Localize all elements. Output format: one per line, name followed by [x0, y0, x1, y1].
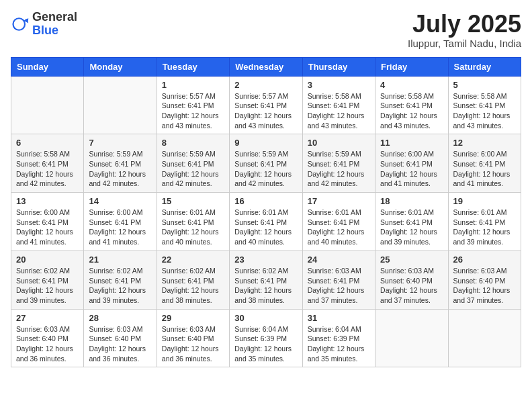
logo-icon: [11, 15, 30, 34]
calendar-cell: 28Sunrise: 6:03 AM Sunset: 6:40 PM Dayli…: [84, 309, 157, 367]
day-info: Sunrise: 6:00 AM Sunset: 6:41 PM Dayligh…: [89, 208, 151, 247]
day-number: 5: [453, 80, 516, 90]
day-number: 31: [308, 313, 370, 323]
calendar-cell: [448, 309, 521, 367]
day-info: Sunrise: 5:57 AM Sunset: 6:41 PM Dayligh…: [234, 91, 297, 131]
day-info: Sunrise: 6:01 AM Sunset: 6:41 PM Dayligh…: [453, 208, 516, 247]
calendar-cell: 22Sunrise: 6:02 AM Sunset: 6:41 PM Dayli…: [157, 250, 229, 309]
calendar-table: SundayMondayTuesdayWednesdayThursdayFrid…: [11, 57, 521, 368]
day-info: Sunrise: 6:00 AM Sunset: 6:41 PM Dayligh…: [16, 208, 79, 247]
calendar-cell: 24Sunrise: 6:03 AM Sunset: 6:41 PM Dayli…: [302, 250, 375, 309]
header-friday: Friday: [375, 57, 448, 76]
day-number: 3: [308, 80, 370, 90]
header-wednesday: Wednesday: [230, 57, 302, 76]
day-number: 2: [234, 80, 297, 90]
logo-general-text: General: [32, 10, 77, 24]
day-info: Sunrise: 6:00 AM Sunset: 6:41 PM Dayligh…: [453, 149, 516, 189]
day-info: Sunrise: 5:58 AM Sunset: 6:41 PM Dayligh…: [308, 91, 370, 131]
calendar-cell: 25Sunrise: 6:03 AM Sunset: 6:40 PM Dayli…: [375, 250, 448, 309]
calendar-week-row: 20Sunrise: 6:02 AM Sunset: 6:41 PM Dayli…: [11, 250, 521, 309]
day-info: Sunrise: 5:57 AM Sunset: 6:41 PM Dayligh…: [162, 91, 224, 131]
calendar-cell: [11, 76, 84, 134]
day-info: Sunrise: 6:03 AM Sunset: 6:40 PM Dayligh…: [16, 324, 79, 364]
calendar-cell: 27Sunrise: 6:03 AM Sunset: 6:40 PM Dayli…: [11, 309, 84, 367]
day-info: Sunrise: 5:59 AM Sunset: 6:41 PM Dayligh…: [89, 149, 151, 189]
calendar-cell: 6Sunrise: 5:58 AM Sunset: 6:41 PM Daylig…: [11, 134, 84, 193]
calendar-week-row: 27Sunrise: 6:03 AM Sunset: 6:40 PM Dayli…: [11, 309, 521, 367]
location: Iluppur, Tamil Nadu, India: [408, 38, 521, 49]
day-number: 12: [453, 138, 516, 148]
calendar-week-row: 6Sunrise: 5:58 AM Sunset: 6:41 PM Daylig…: [11, 134, 521, 193]
calendar-cell: 9Sunrise: 5:59 AM Sunset: 6:41 PM Daylig…: [230, 134, 302, 193]
header-sunday: Sunday: [11, 57, 84, 76]
day-number: 29: [162, 313, 224, 323]
day-number: 24: [308, 255, 370, 265]
calendar-cell: [375, 309, 448, 367]
calendar-cell: 17Sunrise: 6:01 AM Sunset: 6:41 PM Dayli…: [302, 193, 375, 251]
day-number: 6: [16, 138, 79, 148]
calendar-header-row: SundayMondayTuesdayWednesdayThursdayFrid…: [11, 57, 521, 76]
calendar-cell: 10Sunrise: 5:59 AM Sunset: 6:41 PM Dayli…: [302, 134, 375, 193]
header-monday: Monday: [84, 57, 157, 76]
logo-blue-text: Blue: [32, 24, 58, 37]
day-number: 1: [162, 80, 224, 90]
calendar-cell: 14Sunrise: 6:00 AM Sunset: 6:41 PM Dayli…: [84, 193, 157, 251]
day-info: Sunrise: 5:59 AM Sunset: 6:41 PM Dayligh…: [308, 149, 370, 189]
day-number: 17: [308, 196, 370, 206]
day-info: Sunrise: 6:01 AM Sunset: 6:41 PM Dayligh…: [234, 208, 297, 247]
day-info: Sunrise: 5:59 AM Sunset: 6:41 PM Dayligh…: [234, 149, 297, 189]
title-block: July 2025 Iluppur, Tamil Nadu, India: [408, 11, 521, 49]
day-info: Sunrise: 6:04 AM Sunset: 6:39 PM Dayligh…: [234, 324, 297, 364]
calendar-cell: 3Sunrise: 5:58 AM Sunset: 6:41 PM Daylig…: [302, 76, 375, 134]
calendar-cell: 31Sunrise: 6:04 AM Sunset: 6:39 PM Dayli…: [302, 309, 375, 367]
day-info: Sunrise: 6:02 AM Sunset: 6:41 PM Dayligh…: [234, 266, 297, 306]
calendar-cell: 16Sunrise: 6:01 AM Sunset: 6:41 PM Dayli…: [230, 193, 302, 251]
logo: General Blue: [11, 11, 77, 38]
day-number: 9: [234, 138, 297, 148]
calendar-cell: 5Sunrise: 5:58 AM Sunset: 6:41 PM Daylig…: [448, 76, 521, 134]
day-info: Sunrise: 6:03 AM Sunset: 6:40 PM Dayligh…: [162, 324, 224, 364]
day-number: 10: [308, 138, 370, 148]
day-info: Sunrise: 6:03 AM Sunset: 6:40 PM Dayligh…: [89, 324, 151, 364]
day-number: 23: [234, 255, 297, 265]
day-number: 22: [162, 255, 224, 265]
day-info: Sunrise: 6:02 AM Sunset: 6:41 PM Dayligh…: [16, 266, 79, 306]
day-info: Sunrise: 6:02 AM Sunset: 6:41 PM Dayligh…: [89, 266, 151, 306]
month-title: July 2025: [408, 11, 521, 38]
calendar-cell: 15Sunrise: 6:01 AM Sunset: 6:41 PM Dayli…: [157, 193, 229, 251]
calendar-cell: 8Sunrise: 5:59 AM Sunset: 6:41 PM Daylig…: [157, 134, 229, 193]
day-info: Sunrise: 5:58 AM Sunset: 6:41 PM Dayligh…: [453, 91, 516, 131]
day-number: 27: [16, 313, 79, 323]
calendar-cell: 20Sunrise: 6:02 AM Sunset: 6:41 PM Dayli…: [11, 250, 84, 309]
day-info: Sunrise: 5:59 AM Sunset: 6:41 PM Dayligh…: [162, 149, 224, 189]
calendar-cell: 18Sunrise: 6:01 AM Sunset: 6:41 PM Dayli…: [375, 193, 448, 251]
day-number: 13: [16, 196, 79, 206]
calendar-cell: 1Sunrise: 5:57 AM Sunset: 6:41 PM Daylig…: [157, 76, 229, 134]
calendar-cell: 29Sunrise: 6:03 AM Sunset: 6:40 PM Dayli…: [157, 309, 229, 367]
day-number: 20: [16, 255, 79, 265]
day-number: 30: [234, 313, 297, 323]
calendar-cell: 2Sunrise: 5:57 AM Sunset: 6:41 PM Daylig…: [230, 76, 302, 134]
day-info: Sunrise: 6:03 AM Sunset: 6:40 PM Dayligh…: [380, 266, 443, 306]
day-info: Sunrise: 6:04 AM Sunset: 6:39 PM Dayligh…: [308, 324, 370, 364]
calendar-cell: 12Sunrise: 6:00 AM Sunset: 6:41 PM Dayli…: [448, 134, 521, 193]
calendar-cell: [84, 76, 157, 134]
calendar-week-row: 1Sunrise: 5:57 AM Sunset: 6:41 PM Daylig…: [11, 76, 521, 134]
day-info: Sunrise: 6:01 AM Sunset: 6:41 PM Dayligh…: [308, 208, 370, 247]
day-info: Sunrise: 6:01 AM Sunset: 6:41 PM Dayligh…: [162, 208, 224, 247]
calendar-cell: 26Sunrise: 6:03 AM Sunset: 6:40 PM Dayli…: [448, 250, 521, 309]
calendar-cell: 4Sunrise: 5:58 AM Sunset: 6:41 PM Daylig…: [375, 76, 448, 134]
calendar-week-row: 13Sunrise: 6:00 AM Sunset: 6:41 PM Dayli…: [11, 193, 521, 251]
header-thursday: Thursday: [302, 57, 375, 76]
day-number: 26: [453, 255, 516, 265]
day-info: Sunrise: 6:03 AM Sunset: 6:40 PM Dayligh…: [453, 266, 516, 306]
day-number: 18: [380, 196, 443, 206]
day-number: 25: [380, 255, 443, 265]
calendar-cell: 19Sunrise: 6:01 AM Sunset: 6:41 PM Dayli…: [448, 193, 521, 251]
svg-point-0: [13, 18, 26, 30]
day-info: Sunrise: 5:58 AM Sunset: 6:41 PM Dayligh…: [16, 149, 79, 189]
day-number: 16: [234, 196, 297, 206]
header-tuesday: Tuesday: [157, 57, 229, 76]
day-info: Sunrise: 6:00 AM Sunset: 6:41 PM Dayligh…: [380, 149, 443, 189]
calendar-cell: 23Sunrise: 6:02 AM Sunset: 6:41 PM Dayli…: [230, 250, 302, 309]
